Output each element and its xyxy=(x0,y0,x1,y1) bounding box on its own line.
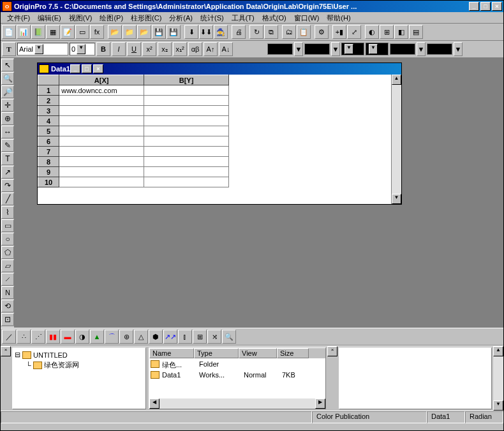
line-color-drop[interactable]: ▼ xyxy=(294,42,303,56)
cell[interactable] xyxy=(59,126,144,136)
project-tree[interactable]: ⊟UNTITLED └绿色资源网 xyxy=(12,347,146,409)
greek-icon[interactable]: αβ xyxy=(188,42,202,56)
maximize-button[interactable]: □ xyxy=(480,2,491,11)
curved-arrow-icon[interactable]: ↷ xyxy=(1,179,14,192)
open-excel-icon[interactable]: 📂 xyxy=(137,25,151,39)
lv-col-name[interactable]: Name xyxy=(149,348,194,358)
row-header[interactable]: 7 xyxy=(38,147,59,157)
line-icon[interactable]: ╱ xyxy=(1,193,14,205)
menu-view[interactable]: 视图(V) xyxy=(65,12,96,23)
lv-hscroll[interactable]: ◀▶ xyxy=(149,398,325,409)
double-y-icon[interactable]: ⤨ xyxy=(207,330,221,344)
row-header[interactable]: 2 xyxy=(38,96,59,106)
scroll-down-icon[interactable]: ▼ xyxy=(392,194,401,204)
lv-col-size[interactable]: Size xyxy=(277,348,309,358)
region-icon[interactable]: ▱ xyxy=(1,259,14,272)
linestyle-combo[interactable]: ▼ xyxy=(366,43,389,55)
data-selector-icon[interactable]: ↔ xyxy=(1,126,14,138)
font-combo[interactable]: Arial▼ xyxy=(17,43,68,55)
project-explorer-icon[interactable]: 🗂 xyxy=(282,25,296,39)
tool1-icon[interactable]: ◐ xyxy=(365,25,379,39)
vector-plot-icon[interactable]: ↗↗ xyxy=(163,330,177,344)
fill-color-drop[interactable]: ▼ xyxy=(331,42,340,56)
scroll-track[interactable] xyxy=(392,85,401,194)
minimize-button[interactable]: _ xyxy=(469,2,479,11)
menu-help[interactable]: 帮助(H) xyxy=(323,12,354,23)
cell[interactable] xyxy=(144,136,229,147)
list-item[interactable]: 绿色... Folder xyxy=(151,360,324,370)
cell[interactable] xyxy=(59,167,144,177)
polygon-icon[interactable]: ⬠ xyxy=(1,246,14,259)
row-header[interactable]: 5 xyxy=(38,126,59,136)
results-log-icon[interactable]: 📋 xyxy=(297,25,311,39)
menu-analysis[interactable]: 分析(A) xyxy=(165,12,196,23)
mask-icon[interactable]: Ｎ xyxy=(1,286,14,299)
increase-font-icon[interactable]: A↑ xyxy=(204,42,218,56)
preview-vscroll[interactable]: ▲▼ xyxy=(493,346,503,411)
project-listview[interactable]: Name Type View Size 绿色... Folder Data1 W… xyxy=(149,347,326,409)
supersubscript-icon[interactable]: x₁² xyxy=(173,42,187,56)
save-icon[interactable]: 💾 xyxy=(152,25,166,39)
row-header[interactable]: 9 xyxy=(38,167,59,177)
zoom-out-icon[interactable]: 🔎 xyxy=(1,85,14,98)
row-header[interactable]: 8 xyxy=(38,157,59,167)
menu-plot[interactable]: 绘图(P) xyxy=(96,12,127,23)
color4-swatch[interactable] xyxy=(427,43,452,55)
screen-reader-icon[interactable]: ✛ xyxy=(1,99,14,112)
cell[interactable] xyxy=(144,96,229,106)
bold-icon[interactable]: B xyxy=(96,42,110,56)
draw-data-icon[interactable]: ✎ xyxy=(1,139,14,152)
tree-child[interactable]: └绿色资源网 xyxy=(15,360,144,370)
rectangle-icon[interactable]: ▭ xyxy=(1,219,14,232)
refresh-icon[interactable]: ↻ xyxy=(249,25,263,39)
scroll-up-icon[interactable]: ▲ xyxy=(392,75,401,85)
tool4-icon[interactable]: ▤ xyxy=(409,25,423,39)
new-graph-icon[interactable]: 📊 xyxy=(17,25,31,39)
column-b-header[interactable]: B[Y] xyxy=(144,75,229,85)
open-template-icon[interactable]: 📁 xyxy=(122,25,137,39)
child-close-button[interactable]: × xyxy=(93,64,103,73)
list-item[interactable]: Data1 Works... Normal 7KB xyxy=(151,370,324,379)
save-template-icon[interactable]: 💾 xyxy=(167,25,181,39)
cell[interactable] xyxy=(59,106,144,116)
scatter-plot-icon[interactable]: ∴ xyxy=(17,330,31,344)
zoom-plot-icon[interactable]: 🔍 xyxy=(222,330,236,344)
polyline-icon[interactable]: ⌇ xyxy=(1,206,14,219)
color3-drop[interactable]: ▼ xyxy=(417,42,426,56)
cell[interactable] xyxy=(144,167,229,177)
decrease-font-icon[interactable]: A↓ xyxy=(219,42,233,56)
child-minimize-button[interactable]: _ xyxy=(70,64,80,73)
close-button[interactable]: × xyxy=(492,2,502,11)
corner-cell[interactable] xyxy=(38,75,59,85)
contour-plot-icon[interactable]: ⌒ xyxy=(105,330,119,344)
data-reader-icon[interactable]: ⊕ xyxy=(1,112,14,125)
cell[interactable] xyxy=(144,85,229,96)
preview-collapse[interactable]: × xyxy=(327,346,337,411)
text-icon[interactable]: T xyxy=(1,152,14,165)
column-plot-icon[interactable]: ▮▮ xyxy=(46,330,60,344)
linewidth-combo[interactable]: ▼ xyxy=(341,43,364,55)
3d-plot-icon[interactable]: ⬢ xyxy=(149,330,163,344)
open-icon[interactable]: 📂 xyxy=(108,25,122,39)
pointer-icon[interactable]: ↖ xyxy=(1,59,14,71)
polar-plot-icon[interactable]: ⊛ xyxy=(119,330,133,344)
worksheet-vscroll[interactable]: ▲ ▼ xyxy=(391,75,401,204)
menu-format[interactable]: 格式(O) xyxy=(258,12,290,23)
column-a-header[interactable]: A[X] xyxy=(59,75,144,85)
template-icon[interactable]: ⊞ xyxy=(193,330,207,344)
new-icon[interactable]: 📄 xyxy=(2,25,16,39)
duplicate-icon[interactable]: ⧉ xyxy=(264,25,278,39)
row-header[interactable]: 6 xyxy=(38,136,59,147)
add-column-icon[interactable]: +▮ xyxy=(332,25,346,39)
cell[interactable] xyxy=(59,177,144,187)
cell[interactable]: www.downcc.com xyxy=(59,85,144,96)
row-header[interactable]: 10 xyxy=(38,177,59,187)
color4-drop[interactable]: ▼ xyxy=(454,42,463,56)
menu-column[interactable]: 柱形图(C) xyxy=(127,12,165,23)
tool2-icon[interactable]: ⊞ xyxy=(380,25,394,39)
menu-file[interactable]: 文件(F) xyxy=(3,12,34,23)
menu-edit[interactable]: 编辑(E) xyxy=(34,12,65,23)
underline-icon[interactable]: U xyxy=(127,42,141,56)
unmask-icon[interactable]: ⟲ xyxy=(1,300,14,312)
circle-icon[interactable]: ○ xyxy=(1,233,14,245)
